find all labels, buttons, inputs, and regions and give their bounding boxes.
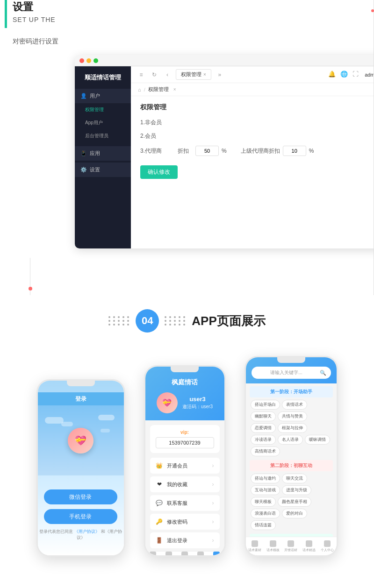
- tag-1-6[interactable]: 框架与拉伸: [278, 423, 307, 433]
- section-title-cn: 设置: [13, 0, 56, 14]
- phone2-vip-section: vip: 15397007239: [150, 425, 220, 453]
- menu-icon-3: 🔑: [156, 518, 163, 525]
- tag-1-4[interactable]: 共情与赞美: [278, 411, 307, 421]
- tag-2-7[interactable]: 浪漫表白语: [251, 509, 280, 518]
- tag-1-1[interactable]: 搭讪开场白: [251, 400, 280, 410]
- tag-1-5[interactable]: 恋爱调情: [251, 423, 276, 433]
- tag-2-1[interactable]: 搭讪与邀约: [251, 474, 280, 483]
- tag-1-8[interactable]: 名人语录: [278, 435, 303, 445]
- phone3-bottom-nav-4[interactable]: 个人中心: [321, 540, 334, 553]
- perm-row-2: 2.会员: [140, 132, 374, 140]
- section-header: 设置 SET UP THE: [0, 0, 374, 28]
- phone2-menu-item-3[interactable]: 🔑 修改密码 ›: [150, 514, 220, 530]
- perm-discount-input[interactable]: [195, 146, 219, 156]
- phone2-avatar-row: 💝 user3 邀活码：user3: [157, 392, 213, 413]
- phone1-sky: 💝: [38, 405, 124, 475]
- bottom-nav-1[interactable]: 话术模板: [161, 552, 176, 557]
- admin-badge[interactable]: admin: [365, 72, 374, 78]
- phone3-bottom-nav-0[interactable]: 话术素材: [248, 540, 261, 553]
- bottom-nav-4[interactable]: 个人中心: [209, 552, 224, 557]
- phone3-bottom-nav-1[interactable]: 话术模板: [266, 540, 280, 553]
- topbar-globe-icon[interactable]: 🌐: [340, 71, 349, 79]
- dots-pattern-left: [108, 316, 130, 326]
- bottom-nav-0[interactable]: 话术素材: [145, 552, 160, 557]
- confirm-modify-button[interactable]: 确认修改: [140, 165, 178, 179]
- section-app: 04 APP页面展示 登录 💝 微信登: [0, 295, 374, 566]
- topbar-tab[interactable]: 权限管理 ×: [176, 69, 211, 80]
- tab-close[interactable]: ×: [203, 72, 206, 77]
- phones-container: 登录 💝 微信登录 手机登录 登录代表您已同意 《用户协议》 和《用户协议》: [0, 356, 374, 557]
- topbar-refresh-btn[interactable]: ↻: [150, 70, 159, 79]
- sidebar-app-user[interactable]: App用户: [75, 116, 131, 129]
- tag-2-2[interactable]: 聊天交流: [282, 474, 307, 483]
- bottom-nav-2[interactable]: 开情话材: [177, 552, 192, 557]
- topbar-expand-icon[interactable]: ⛶: [352, 71, 361, 79]
- menu-icon-2: 💬: [156, 499, 163, 507]
- perm-senior-input[interactable]: [283, 146, 306, 156]
- tag-2-4[interactable]: 进度与升级: [282, 485, 311, 495]
- tag-2-6[interactable]: 颜色星座手相: [278, 497, 311, 507]
- sidebar-perm-mgmt[interactable]: 权限管理: [75, 103, 131, 116]
- bottom-icon-3: [197, 552, 204, 557]
- cat-tags-2: 搭讪与邀约 聊天交流 互动与游戏 进度与升级 聊天模板 颜色星座手相 浪漫表白语…: [250, 474, 333, 530]
- phone2-header: 枫庭情话 💝 user3 邀活码：user3: [145, 367, 224, 420]
- tag-1-3[interactable]: 幽默聊天: [251, 411, 276, 421]
- section-04-title: APP页面展示: [192, 313, 265, 329]
- wechat-login-button[interactable]: 微信登录: [44, 489, 117, 504]
- tag-2-5[interactable]: 聊天模板: [251, 497, 276, 507]
- phone3-bottom-nav-3[interactable]: 话术精选: [302, 540, 316, 553]
- topbar-menu-btn[interactable]: ≡: [137, 70, 146, 79]
- sidebar-settings-section[interactable]: ⚙️ 设置: [75, 163, 131, 177]
- breadcrumb-close[interactable]: ×: [173, 87, 176, 92]
- tag-1-9[interactable]: 暧昧调情: [305, 435, 330, 445]
- phone2-user-info: user3 邀活码：user3: [182, 396, 213, 410]
- phone2-menu-item-2[interactable]: 💬 联系客服 ›: [150, 495, 220, 511]
- perm-member-label: 2.会员: [140, 132, 178, 140]
- bottom-nav-3[interactable]: 话术精选: [193, 552, 208, 557]
- sidebar-app-section[interactable]: 📱 应用: [75, 146, 131, 161]
- dot-yellow: [86, 58, 91, 63]
- phone2-menu: 👑 开通会员 › ❤ 我的收藏 › 💬: [145, 458, 224, 551]
- phone3-bottom-nav-2[interactable]: 开情话材: [284, 540, 297, 553]
- topbar-more-btn[interactable]: »: [215, 70, 224, 79]
- menu-icon-4: 🚪: [156, 537, 163, 544]
- menu-icon-1: ❤: [156, 481, 163, 488]
- tag-1-7[interactable]: 冷读语录: [251, 435, 276, 445]
- phone-login-button[interactable]: 手机登录: [44, 509, 117, 524]
- section-title-block: 设置 SET UP THE: [13, 0, 56, 23]
- phone1-topbar: 登录: [38, 392, 124, 405]
- section-04-header: 04 APP页面展示: [0, 309, 374, 333]
- section-label-bar: [5, 0, 7, 28]
- phone3-bottom-icon-1: [270, 540, 276, 547]
- topbar-back-btn[interactable]: ‹: [163, 70, 172, 79]
- phone3-search[interactable]: 请输入关键字... 🔍: [252, 367, 331, 379]
- phone3-bottom-nav: 话术素材 话术模板 开情话材 话术精选: [246, 537, 337, 555]
- tag-1-2[interactable]: 表情话术: [282, 400, 307, 410]
- phone2-vip-id: 15397007239: [156, 437, 214, 448]
- sidebar-admin[interactable]: 后台管理员: [75, 129, 131, 142]
- phone2-notch: [171, 367, 199, 372]
- desktop-body: 顺适情话管理 👤 用户 权限管理 App用户 后台管理员 📱 应用: [75, 66, 374, 248]
- tag-2-3[interactable]: 互动与游戏: [251, 485, 280, 495]
- bottom-icon-0: [150, 552, 156, 557]
- phone2-menu-item-0[interactable]: 👑 开通会员 ›: [150, 458, 220, 474]
- phone1-terms: 登录代表您已同意 《用户协议》 和《用户协议》: [38, 529, 124, 541]
- perm-row-3: 3.代理商 折扣 % 上级代理商折扣 %: [140, 146, 374, 156]
- phone2-menu-item-1[interactable]: ❤ 我的收藏 ›: [150, 476, 220, 492]
- arrow-0: ›: [212, 462, 214, 469]
- perm-nonmember-label: 1.非会员: [140, 119, 178, 127]
- breadcrumb-current: 权限管理: [148, 86, 169, 93]
- sidebar-user-section[interactable]: 👤 用户: [75, 89, 131, 103]
- topbar-bell-icon[interactable]: 🔔: [328, 71, 337, 79]
- terms-link[interactable]: 《用户协议》: [74, 529, 100, 534]
- phone2-username: user3: [182, 396, 213, 403]
- breadcrumb-bar: ⌂ / 权限管理 ×: [131, 83, 374, 96]
- tag-2-9[interactable]: 情话连篇: [251, 520, 276, 530]
- phone2-menu-item-4[interactable]: 🚪 退出登录 ›: [150, 532, 220, 548]
- tag-2-8[interactable]: 爱的对白: [282, 509, 307, 518]
- topbar-right: 🔔 🌐 ⛶ admin ▼: [328, 71, 374, 79]
- phone3-bottom-icon-0: [252, 540, 258, 547]
- tag-1-10[interactable]: 高情商话术: [251, 446, 280, 456]
- cat-section-2: 第二阶段：初聊互动 搭讪与邀约 聊天交流 互动与游戏 进度与升级 聊天模板 颜色…: [250, 460, 333, 530]
- app-icon: 📱: [80, 150, 87, 157]
